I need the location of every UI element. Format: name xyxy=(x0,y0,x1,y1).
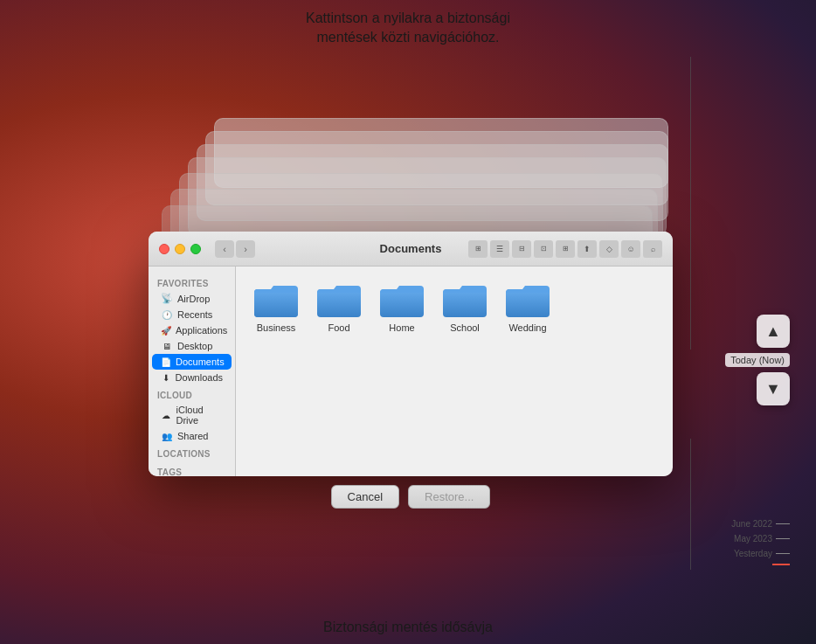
icon-view-btn[interactable]: ⊞ xyxy=(468,240,488,258)
sidebar-item-airdrop-label: AirDrop xyxy=(177,294,210,304)
finder-window: ‹ › Documents ⊞ ☰ ⊟ ⊡ ⊞ ⬆ ◇ ☺ ⌕ Favorite… xyxy=(149,232,673,476)
timeline-june2022-tick xyxy=(776,523,790,524)
sidebar-item-shared-label: Shared xyxy=(177,431,208,441)
timeline-entry-now xyxy=(772,564,790,565)
fullscreen-button[interactable] xyxy=(190,244,201,254)
timeline-yesterday-label: Yesterday xyxy=(734,549,772,558)
timeline-entry-may2023: May 2023 xyxy=(734,534,790,544)
connector-line-bottom xyxy=(690,439,691,570)
sidebar-item-downloads-label: Downloads xyxy=(176,372,223,383)
folder-home-icon xyxy=(379,280,425,319)
timeline-nav-down[interactable]: ▼ xyxy=(757,372,790,405)
documents-icon: 📄 xyxy=(161,357,171,367)
folder-business-icon xyxy=(253,280,299,319)
sidebar-item-applications-label: Applications xyxy=(176,325,227,336)
traffic-lights xyxy=(159,244,201,254)
folder-wedding[interactable]: Wedding xyxy=(501,280,554,333)
search-btn[interactable]: ⌕ xyxy=(643,240,662,258)
sidebar-item-documents-label: Documents xyxy=(176,357,225,367)
timeline-bar: June 2022 May 2023 Yesterday xyxy=(720,428,790,565)
folder-wedding-label: Wedding xyxy=(508,322,546,333)
finder-body: Favorites 📡 AirDrop 🕐 Recents 🚀 Applicat… xyxy=(149,267,673,476)
finder-titlebar: ‹ › Documents ⊞ ☰ ⊟ ⊡ ⊞ ⬆ ◇ ☺ ⌕ xyxy=(149,232,673,267)
down-chevron-icon: ▼ xyxy=(765,380,781,398)
sidebar-item-desktop[interactable]: 🖥 Desktop xyxy=(152,338,232,354)
timeline-may2023-tick xyxy=(776,538,790,539)
finder-toolbar: ⊞ ☰ ⊟ ⊡ ⊞ ⬆ ◇ ☺ ⌕ xyxy=(468,240,662,258)
timeline-june2022-label: June 2022 xyxy=(731,519,772,529)
folder-home[interactable]: Home xyxy=(376,280,428,333)
recents-icon: 🕐 xyxy=(161,310,173,320)
forward-button[interactable]: › xyxy=(236,240,255,258)
sidebar-item-documents[interactable]: 📄 Documents xyxy=(152,354,232,370)
folder-business[interactable]: Business xyxy=(250,280,302,333)
timeline-may2023-label: May 2023 xyxy=(734,534,772,544)
timeline-entry-june2022: June 2022 xyxy=(731,519,790,529)
svg-rect-3 xyxy=(380,289,424,317)
sidebar-item-recents-label: Recents xyxy=(177,309,212,320)
airdrop-icon: 📡 xyxy=(161,293,173,304)
cancel-button[interactable]: Cancel xyxy=(331,485,399,509)
group-btn[interactable]: ⊞ xyxy=(556,240,575,258)
folder-school-label: School xyxy=(450,322,480,333)
sidebar-item-applications[interactable]: 🚀 Applications xyxy=(152,322,232,338)
icloud-drive-icon: ☁ xyxy=(161,411,172,420)
applications-icon: 🚀 xyxy=(161,326,171,336)
finder-nav-buttons: ‹ › xyxy=(215,240,255,258)
svg-rect-1 xyxy=(254,289,298,317)
share-btn[interactable]: ⬆ xyxy=(577,240,597,258)
minimize-button[interactable] xyxy=(175,244,185,254)
sidebar-item-recents[interactable]: 🕐 Recents xyxy=(152,307,232,322)
column-view-btn[interactable]: ⊟ xyxy=(512,240,531,258)
desktop-icon: 🖥 xyxy=(161,342,173,351)
emoji-btn[interactable]: ☺ xyxy=(621,240,640,258)
restore-button[interactable]: Restore... xyxy=(408,485,490,509)
finder-content: Business Food xyxy=(236,267,673,476)
folder-school-icon xyxy=(442,280,488,319)
icloud-label: iCloud xyxy=(149,385,235,402)
downloads-icon: ⬇ xyxy=(161,373,171,383)
up-chevron-icon: ▲ xyxy=(765,322,781,341)
folder-food-icon xyxy=(316,280,362,319)
folder-wedding-icon xyxy=(505,280,550,319)
list-view-btn[interactable]: ☰ xyxy=(490,240,509,258)
folder-food-label: Food xyxy=(328,322,349,333)
timeline-entry-yesterday: Yesterday xyxy=(734,549,790,558)
today-now-label: Today (Now) xyxy=(725,353,790,367)
tag-btn[interactable]: ◇ xyxy=(599,240,619,258)
svg-rect-2 xyxy=(317,289,361,317)
sidebar-item-shared[interactable]: 👥 Shared xyxy=(152,428,232,444)
tags-label: Tags xyxy=(149,462,235,476)
sidebar-item-desktop-label: Desktop xyxy=(177,341,212,351)
favorites-label: Favorites xyxy=(149,274,235,290)
sidebar-item-airdrop[interactable]: 📡 AirDrop xyxy=(152,290,232,307)
shared-icon: 👥 xyxy=(161,432,173,441)
finder-sidebar: Favorites 📡 AirDrop 🕐 Recents 🚀 Applicat… xyxy=(149,267,236,476)
bottom-buttons-bar: Cancel Restore... xyxy=(149,485,673,509)
folder-home-label: Home xyxy=(389,322,414,333)
timeline-nav-up[interactable]: ▲ xyxy=(757,315,790,348)
timeline-now-tick xyxy=(772,564,790,565)
folder-school[interactable]: School xyxy=(439,280,491,333)
svg-rect-4 xyxy=(443,289,487,317)
timeline-yesterday-tick xyxy=(776,553,790,554)
finder-window-title: Documents xyxy=(380,242,442,255)
locations-label: Locations xyxy=(149,444,235,460)
connector-line-top xyxy=(690,57,691,350)
sidebar-item-icloud-drive-label: iCloud Drive xyxy=(176,405,224,426)
folder-business-label: Business xyxy=(257,322,296,333)
gallery-view-btn[interactable]: ⊡ xyxy=(534,240,553,258)
sidebar-item-icloud-drive[interactable]: ☁ iCloud Drive xyxy=(152,402,232,428)
timeline-area: ▲ Today (Now) ▼ xyxy=(725,315,790,405)
close-button[interactable] xyxy=(159,244,169,254)
folder-food[interactable]: Food xyxy=(313,280,365,333)
svg-rect-5 xyxy=(506,289,550,317)
back-button[interactable]: ‹ xyxy=(215,240,234,258)
sidebar-item-downloads[interactable]: ⬇ Downloads xyxy=(152,370,232,385)
